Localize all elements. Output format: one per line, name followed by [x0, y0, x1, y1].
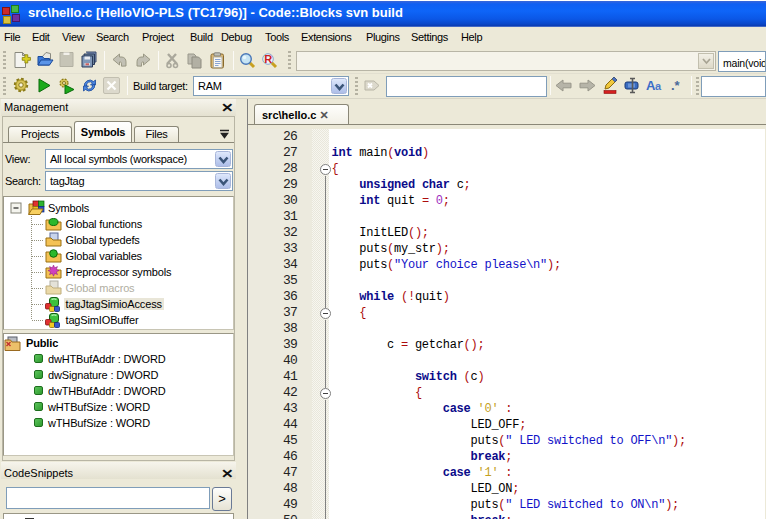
svg-text:.*: .* — [671, 78, 681, 93]
svg-text:R: R — [264, 53, 272, 65]
svg-text:a: a — [655, 80, 662, 92]
